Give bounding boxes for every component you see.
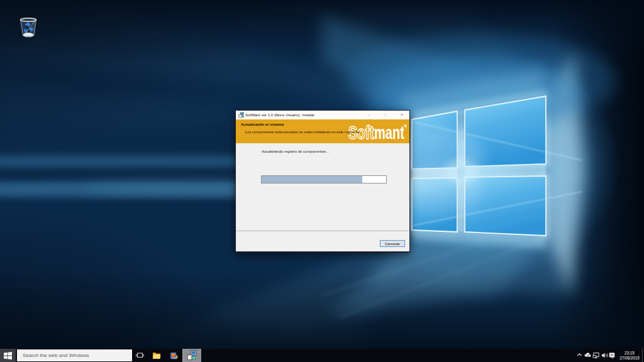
svg-text:mant: mant [374,123,404,143]
svg-text:R: R [404,124,406,128]
